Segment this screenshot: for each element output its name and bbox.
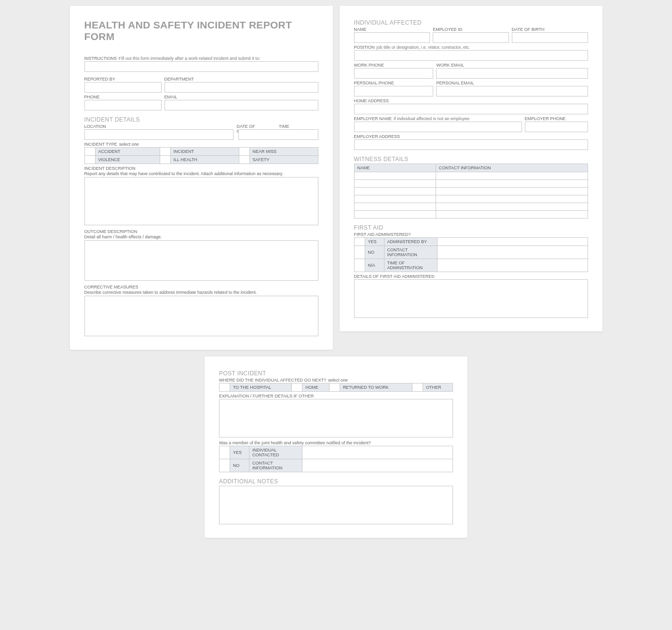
table-row	[354, 211, 588, 219]
fa-yes: YES	[365, 238, 384, 246]
ind-name-input[interactable]	[354, 32, 430, 43]
table-row	[354, 203, 588, 211]
witness-col-name: NAME	[354, 164, 436, 172]
post-opt-other: OTHER	[423, 383, 453, 392]
type-check-nearmiss[interactable]	[239, 148, 249, 156]
witness-contact-4[interactable]	[436, 195, 588, 203]
personal-phone-label: PERSONAL PHONE	[354, 81, 394, 85]
employee-id-label: EMPLOYEE ID	[433, 27, 462, 32]
employer-name-input[interactable]	[354, 122, 522, 132]
witness-name-2[interactable]	[354, 180, 436, 188]
fa-details-label: DETAILS OF FIRST AID ADMINISTERED	[354, 274, 588, 279]
witness-name-6[interactable]	[354, 211, 436, 219]
position-input[interactable]	[354, 50, 588, 61]
ind-name-label: NAME	[354, 27, 367, 32]
comm-yes: YES	[230, 446, 249, 459]
post-check-home[interactable]	[292, 383, 302, 392]
fa-contact: CONTACT INFORMATION	[384, 246, 437, 259]
home-address-label: HOME ADDRESS	[354, 98, 389, 103]
instructions-label: INSTRUCTIONS	[84, 56, 117, 61]
type-check-safety[interactable]	[239, 156, 249, 164]
witness-contact-6[interactable]	[436, 211, 588, 219]
witness-contact-3[interactable]	[436, 188, 588, 195]
email-input[interactable]	[165, 100, 318, 110]
witness-name-3[interactable]	[354, 188, 436, 195]
fa-check-yes[interactable]	[354, 238, 365, 246]
phone-label: PHONE	[84, 95, 100, 99]
comm-check-no[interactable]	[219, 459, 230, 472]
fa-no: NO	[365, 246, 384, 259]
page-1-right: INDIVIDUAL AFFECTED NAME EMPLOYEE ID DAT…	[340, 6, 603, 331]
page-2: POST INCIDENT WHERE DID THE INDIVIDUAL A…	[205, 356, 467, 538]
post-opt-home: HOME	[302, 383, 329, 392]
fa-time: TIME OF ADMINSTRATION	[384, 259, 437, 272]
outcome-input[interactable]	[84, 240, 318, 281]
incident-heading: INCIDENT DETAILS	[84, 116, 318, 123]
comm-individual-input[interactable]	[302, 446, 453, 459]
outcome-label: OUTCOME DESCRIPTION	[84, 229, 318, 234]
post-explain-label: EXPLANATION / FURTHER DETAILS IF OTHER	[219, 394, 453, 398]
personal-phone-input[interactable]	[354, 86, 434, 96]
personal-email-input[interactable]	[436, 86, 588, 96]
fa-time-input[interactable]	[437, 259, 588, 272]
comm-contact-input[interactable]	[302, 459, 453, 472]
corrective-input[interactable]	[84, 296, 318, 336]
comm-individual: INDIVIDUAL CONTACTED	[249, 446, 302, 459]
form-title: HEALTH AND SAFETY INCIDENT REPORT FORM	[84, 19, 318, 42]
work-email-input[interactable]	[436, 68, 588, 79]
type-check-incident[interactable]	[160, 148, 170, 156]
instructions-text: Fill out this form immediately after a w…	[119, 56, 261, 61]
work-phone-input[interactable]	[354, 68, 434, 79]
department-input[interactable]	[165, 82, 318, 93]
page-1-left: HEALTH AND SAFETY INCIDENT REPORT FORM I…	[70, 6, 333, 350]
date-time-input[interactable]	[238, 129, 318, 140]
type-nearmiss: NEAR MISS	[249, 148, 318, 156]
incident-type-table: ACCIDENT INCIDENT NEAR MISS VIOLENCE ILL…	[84, 147, 318, 164]
home-address-input[interactable]	[354, 104, 588, 114]
dob-label: DATE OF BIRTH	[512, 27, 545, 32]
firstaid-q: FIRST AID ADMINISTERED?	[354, 232, 588, 237]
fa-contact-input[interactable]	[437, 246, 588, 259]
employer-phone-input[interactable]	[525, 122, 588, 132]
employer-address-input[interactable]	[354, 139, 588, 150]
incident-desc-sub: Report any details that may have contrib…	[84, 171, 318, 176]
post-check-returned[interactable]	[329, 383, 340, 392]
type-check-violence[interactable]	[84, 156, 95, 164]
witness-name-5[interactable]	[354, 203, 436, 211]
type-check-illhealth[interactable]	[160, 156, 170, 164]
witness-contact-2[interactable]	[436, 180, 588, 188]
position-label: POSITION	[354, 45, 375, 50]
type-safety: SAFETY	[249, 156, 318, 164]
instructions-section: INSTRUCTIONS Fill out this form immediat…	[84, 56, 318, 72]
table-row	[354, 172, 588, 180]
incident-desc-label: INCIDENT DESCRIPTION	[84, 166, 318, 171]
post-check-other[interactable]	[412, 383, 423, 392]
dob-input[interactable]	[512, 32, 588, 43]
fa-check-no[interactable]	[354, 246, 365, 259]
fa-details-input[interactable]	[354, 279, 588, 318]
outcome-sub: Detail all harm / health effects / damag…	[84, 234, 318, 239]
post-check-hospital[interactable]	[219, 383, 230, 392]
comm-no: NO	[230, 459, 249, 472]
post-opt-hospital: TO THE HOSPITAL	[230, 383, 292, 392]
witness-contact-5[interactable]	[436, 203, 588, 211]
employer-name-label: EMPLOYER NAME	[354, 116, 392, 121]
type-check-accident[interactable]	[84, 148, 95, 156]
location-label: LOCATION	[84, 124, 106, 129]
phone-input[interactable]	[84, 100, 162, 110]
post-committee-table: YES INDIVIDUAL CONTACTED NO CONTACT INFO…	[219, 446, 453, 472]
post-committee-q: Was a member of the joint health and saf…	[219, 440, 453, 445]
post-explain-input[interactable]	[219, 399, 453, 438]
comm-check-yes[interactable]	[219, 446, 230, 459]
witness-name-1[interactable]	[354, 172, 436, 180]
instructions-input[interactable]	[84, 61, 318, 72]
reported-by-input[interactable]	[84, 82, 162, 93]
witness-contact-1[interactable]	[436, 172, 588, 180]
witness-name-4[interactable]	[354, 195, 436, 203]
fa-adminby-input[interactable]	[437, 238, 588, 246]
time-label: TIME	[279, 124, 289, 129]
notes-input[interactable]	[219, 486, 453, 524]
fa-check-na[interactable]	[354, 259, 365, 272]
incident-desc-input[interactable]	[84, 177, 318, 225]
employee-id-input[interactable]	[433, 32, 509, 43]
